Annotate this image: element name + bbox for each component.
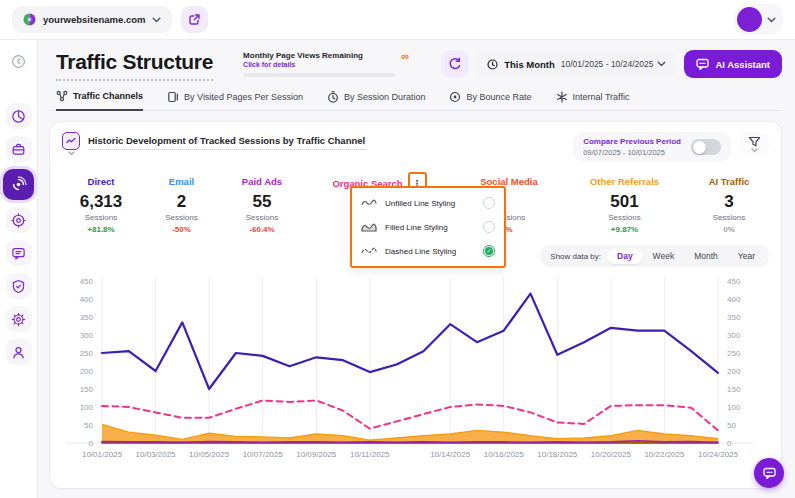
period-range: 10/01/2025 - 10/24/2025 <box>561 59 654 69</box>
sidebar-item-security[interactable] <box>6 273 32 299</box>
goals-icon <box>11 213 26 228</box>
menu-item-label: Filled Line Styling <box>385 223 475 232</box>
bounce-rate-icon <box>449 91 461 103</box>
svg-text:50: 50 <box>727 421 736 430</box>
svg-text:50: 50 <box>84 421 93 430</box>
svg-text:300: 300 <box>727 331 741 340</box>
infinity-icon: ∞ <box>401 51 409 61</box>
svg-text:450: 450 <box>80 277 94 286</box>
sidebar-item-goals[interactable] <box>6 207 32 233</box>
compare-toggle[interactable] <box>691 139 721 155</box>
main-content: Traffic Structure Monthly Page Views Rem… <box>38 40 795 498</box>
tab-label: Traffic Channels <box>73 91 143 101</box>
refresh-icon <box>448 57 462 71</box>
radio-icon[interactable] <box>483 197 495 209</box>
website-selector[interactable]: yourwebsitename.com <box>12 6 172 33</box>
sessions-value: 501 <box>610 192 638 212</box>
sidebar-item-collapse[interactable] <box>6 48 32 74</box>
svg-text:200: 200 <box>727 367 741 376</box>
analytics-icon <box>11 109 26 124</box>
svg-text:10/16/2025: 10/16/2025 <box>484 450 525 459</box>
period-label: This Month <box>504 59 555 70</box>
svg-text:10/01/2025: 10/01/2025 <box>82 450 123 459</box>
quota-progress-bar <box>243 73 395 77</box>
svg-text:10/22/2025: 10/22/2025 <box>644 450 685 459</box>
svg-text:200: 200 <box>80 367 94 376</box>
feedback-icon <box>11 246 26 261</box>
svg-text:10/24/2025: 10/24/2025 <box>698 450 739 459</box>
sidebar-item-settings[interactable] <box>6 306 32 332</box>
ai-assistant-button[interactable]: AI Assistant <box>684 50 782 78</box>
radio-icon[interactable] <box>483 221 495 233</box>
granularity-option-week[interactable]: Week <box>643 248 685 264</box>
sessions-unit-label: Sessions <box>165 213 197 223</box>
compare-range: 09/07/2025 - 10/01/2025 <box>583 148 681 157</box>
security-icon <box>11 279 26 294</box>
quota-details-link[interactable]: Click for details <box>243 61 395 68</box>
page-title: Traffic Structure <box>56 50 213 81</box>
chart-card-title: Historic Development of Tracked Sessions… <box>88 135 365 150</box>
svg-text:400: 400 <box>727 295 741 304</box>
svg-text:0: 0 <box>89 439 94 448</box>
svg-text:10/03/2025: 10/03/2025 <box>136 450 177 459</box>
traffic-structure-icon <box>10 176 27 193</box>
granularity-option-year[interactable]: Year <box>728 248 765 264</box>
change-badge: % <box>505 225 512 235</box>
channel-label: Email <box>169 176 194 187</box>
filter-button[interactable] <box>739 132 769 155</box>
line-chart-icon <box>66 137 76 145</box>
date-range-picker[interactable]: This Month 10/01/2025 - 10/24/2025 <box>477 50 676 78</box>
channel-label: Paid Ads <box>242 176 282 187</box>
tab-label: Internal Traffic <box>573 92 630 102</box>
chevron-down-icon <box>657 61 666 67</box>
workspace-icon <box>11 142 26 157</box>
channel-stat-other-referrals: Other Referrals501Sessions+9.87% <box>565 172 685 239</box>
sessions-chart: 10/01/202510/03/202510/05/202510/07/2025… <box>50 267 781 471</box>
sessions-value: 3 <box>724 192 733 212</box>
account-menu[interactable] <box>734 4 783 35</box>
channel-stat-direct: Direct6,313Sessions+81.8% <box>58 172 144 239</box>
svg-text:0: 0 <box>727 439 732 448</box>
tab-by-visited-pages-per-session[interactable]: By Visited Pages Per Session <box>167 90 303 110</box>
menu-item-label: Unfilled Line Styling <box>385 199 475 208</box>
svg-text:100: 100 <box>727 403 741 412</box>
tab-traffic-channels[interactable]: Traffic Channels <box>56 90 143 111</box>
quota-widget: Monthly Page Views Remaining Click for d… <box>243 51 395 77</box>
funnel-icon <box>748 136 761 148</box>
sidebar-item-feedback[interactable] <box>6 240 32 266</box>
chevron-down-icon <box>152 17 161 23</box>
chevron-down-icon <box>68 151 75 156</box>
sessions-unit-label: Sessions <box>85 213 117 223</box>
chat-icon <box>763 467 776 480</box>
sidebar-item-analytics[interactable] <box>6 103 32 129</box>
svg-text:10/20/2025: 10/20/2025 <box>591 450 632 459</box>
avatar <box>737 7 762 32</box>
sidebar-item-traffic-structure[interactable] <box>3 169 34 200</box>
sessions-unit-label: Sessions <box>246 213 278 223</box>
tab-by-session-duration[interactable]: By Session Duration <box>327 90 426 110</box>
channel-label: AI Traffic <box>709 176 750 187</box>
svg-text:100: 100 <box>80 403 94 412</box>
tab-by-bounce-rate[interactable]: By Bounce Rate <box>449 90 531 110</box>
tab-internal-traffic[interactable]: Internal Traffic <box>556 90 630 110</box>
granularity-option-day[interactable]: Day <box>607 248 643 264</box>
menu-item-filled-line-styling[interactable]: Filled Line Styling <box>352 215 504 239</box>
topbar: yourwebsitename.com <box>0 0 795 40</box>
svg-text:400: 400 <box>80 295 94 304</box>
sidebar-item-workspace[interactable] <box>6 136 32 162</box>
support-chat-button[interactable] <box>754 458 784 488</box>
tab-label: By Bounce Rate <box>466 92 531 102</box>
refresh-button[interactable] <box>441 50 469 78</box>
sidebar-item-profile[interactable] <box>6 339 32 365</box>
change-badge: -60.4% <box>249 225 274 235</box>
pages-per-session-icon <box>167 91 179 103</box>
menu-item-unfilled-line-styling[interactable]: Unfilled Line Styling <box>352 191 504 215</box>
menu-item-dashed-line-styling[interactable]: Dashed Line Styling✓ <box>352 239 504 263</box>
sessions-unit-label: Sessions <box>713 213 745 223</box>
radio-checked-icon[interactable]: ✓ <box>483 245 495 257</box>
granularity-option-month[interactable]: Month <box>684 248 728 264</box>
sessions-unit-label: Sessions <box>608 213 640 223</box>
chart-svg: 10/01/202510/03/202510/05/202510/07/2025… <box>52 271 764 471</box>
open-website-button[interactable] <box>181 6 208 33</box>
profile-icon <box>11 345 26 360</box>
